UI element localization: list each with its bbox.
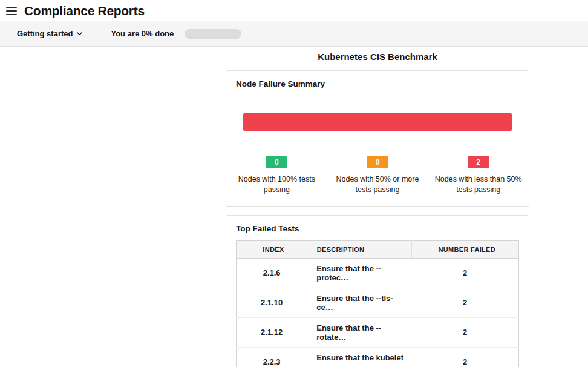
getting-started-bar: Getting started You are 0% done xyxy=(0,21,588,47)
top-failed-tests-title: Top Failed Tests xyxy=(226,216,529,233)
column-header-description: DESCRIPTION xyxy=(307,240,411,258)
stat-badge-red: 2 xyxy=(468,156,489,168)
column-header-index: INDEX xyxy=(237,240,307,258)
table-row[interactable]: 2.2.3 Ensure that the kubelet … 2 xyxy=(237,347,519,367)
node-failure-summary-card: Node Failure Summary 0 Nodes with 100% t… xyxy=(226,70,529,207)
stat-passing-100: 0 Nodes with 100% tests passing xyxy=(226,156,327,195)
cell-index: 2.1.12 xyxy=(237,317,307,347)
cell-number-failed: 2 xyxy=(411,288,518,317)
getting-started-dropdown[interactable]: Getting started xyxy=(17,29,83,38)
node-failure-summary-title: Node Failure Summary xyxy=(226,71,529,88)
cell-index: 2.2.3 xyxy=(237,347,307,367)
stat-label: Nodes with 100% tests passing xyxy=(231,174,322,195)
table-row[interactable]: 2.1.10 Ensure that the --tls-ce… 2 xyxy=(237,288,519,317)
getting-started-label: Getting started xyxy=(17,29,73,38)
node-failure-bar xyxy=(243,113,512,131)
table-header-row: INDEX DESCRIPTION NUMBER FAILED xyxy=(237,240,519,258)
table-row[interactable]: 2.1.6 Ensure that the --protec… 2 xyxy=(237,258,519,288)
node-failure-stats: 0 Nodes with 100% tests passing 0 Nodes … xyxy=(226,156,529,195)
cell-index: 2.1.10 xyxy=(237,288,307,317)
page-title: Compliance Reports xyxy=(24,4,145,18)
stat-badge-orange: 0 xyxy=(367,156,388,168)
progress-bar xyxy=(185,29,241,39)
column-header-number-failed: NUMBER FAILED xyxy=(411,240,518,258)
top-failed-tests-table: INDEX DESCRIPTION NUMBER FAILED 2.1.6 En… xyxy=(236,240,519,367)
benchmark-title: Kubernetes CIS Benchmark xyxy=(226,49,529,70)
stat-passing-50: 0 Nodes with 50% or more tests passing xyxy=(327,156,428,195)
cell-number-failed: 2 xyxy=(411,258,518,288)
chevron-down-icon xyxy=(76,30,83,37)
stat-badge-green: 0 xyxy=(266,156,287,168)
cell-description: Ensure that the kubelet … xyxy=(307,347,411,367)
stat-passing-low: 2 Nodes with less than 50% tests passing xyxy=(428,156,529,195)
stat-label: Nodes with 50% or more tests passing xyxy=(332,174,423,195)
cell-description: Ensure that the --protec… xyxy=(307,258,411,288)
top-failed-tests-card: Top Failed Tests INDEX DESCRIPTION NUMBE… xyxy=(226,215,529,367)
hamburger-menu-button[interactable] xyxy=(5,5,18,17)
hamburger-icon xyxy=(6,7,17,8)
stat-label: Nodes with less than 50% tests passing xyxy=(433,174,524,195)
cell-description: Ensure that the --tls-ce… xyxy=(307,288,411,317)
app-header: Compliance Reports xyxy=(0,0,588,21)
cell-description: Ensure that the --rotate… xyxy=(307,317,411,347)
cell-index: 2.1.6 xyxy=(237,258,307,288)
cell-number-failed: 2 xyxy=(411,317,518,347)
table-row[interactable]: 2.1.12 Ensure that the --rotate… 2 xyxy=(237,317,519,347)
cell-number-failed: 2 xyxy=(411,347,518,367)
main-content: Kubernetes CIS Benchmark Node Failure Su… xyxy=(5,47,588,367)
progress-text: You are 0% done xyxy=(111,29,174,38)
